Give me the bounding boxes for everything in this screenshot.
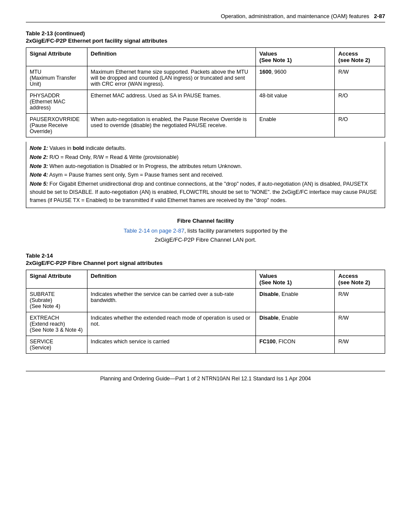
note1: Note 1: Values in bold indicate defaults… <box>30 144 381 152</box>
signal-subrate: SUBRATE(Subrate)(See Note 4) <box>26 288 87 312</box>
val-mtu: 1600, 9600 <box>256 66 335 90</box>
def-pauserx: When auto-negotiation is enabled, the Pa… <box>87 114 256 137</box>
acc-physaddr: R/O <box>335 90 385 114</box>
note3: Note 3: When auto-negotiation is Disable… <box>30 162 381 171</box>
note4: Note 4: Asym = Pause frames sent only, S… <box>30 171 381 179</box>
header-page-num: 2-87 <box>374 13 385 19</box>
def-mtu: Maximum Ethernet frame size supported. P… <box>87 66 256 90</box>
table-row: EXTREACH(Extend reach)(See Note 3 & Note… <box>26 312 385 336</box>
fibre-description: Table 2-14 on page 2-87, lists facility … <box>26 227 385 245</box>
col-access-header: Access (see Note 2) <box>335 48 385 66</box>
col-definition-header: Definition <box>87 48 256 66</box>
col14-definition-header: Definition <box>87 270 256 288</box>
table13-notes: Note 1: Values in bold indicate defaults… <box>26 142 385 208</box>
val-pauserx: Enable <box>256 114 335 137</box>
note2: Note 2: R/O = Read Only, R/W = Read & Wr… <box>30 153 381 162</box>
table-row: PAUSERXOVRRIDE(Pause ReceiveOverride) Wh… <box>26 114 385 137</box>
table14: Signal Attribute Definition Values (See … <box>26 270 385 354</box>
col-values-header: Values (See Note 1) <box>256 48 335 66</box>
acc-mtu: R/W <box>335 66 385 90</box>
col14-access-header: Access (see Note 2) <box>335 270 385 288</box>
page-footer: Planning and Ordering Guide—Part 1 of 2 … <box>26 371 385 382</box>
def-physaddr: Ethernet MAC address. Used as SA in PAUS… <box>87 90 256 114</box>
fibre-section: Fibre Channel facility Table 2-14 on pag… <box>26 218 385 245</box>
val-extreach: Disable, Enable <box>256 312 335 336</box>
table-row: SERVICE(Service) Indicates which service… <box>26 336 385 353</box>
fibre-title: Fibre Channel facility <box>26 218 385 224</box>
def-service: Indicates which service is carried <box>87 336 256 353</box>
table13-title: Table 2-13 (continued) <box>26 30 385 37</box>
header-text: Operation, administration, and maintenan… <box>221 13 369 19</box>
signal-mtu: MTU(Maximum TransferUnit) <box>26 66 87 90</box>
val-service: FC100, FICON <box>256 336 335 353</box>
val-physaddr: 48-bit value <box>256 90 335 114</box>
table14-title: Table 2-14 <box>26 252 385 259</box>
def-subrate: Indicates whether the service can be car… <box>87 288 256 312</box>
acc-extreach: R/W <box>335 312 385 336</box>
table14-subtitle: 2xGigE/FC-P2P Fibre Channel port signal … <box>26 260 385 266</box>
fibre-link[interactable]: Table 2-14 on page 2-87 <box>124 227 184 234</box>
table-row: PHYSADDR(Ethernet MACaddress) Ethernet M… <box>26 90 385 114</box>
note5: Note 5: For Gigabit Ethernet unidirectio… <box>30 180 381 204</box>
table13-subtitle: 2xGigE/FC-P2P Ethernet port facility sig… <box>26 37 385 44</box>
acc-service: R/W <box>335 336 385 353</box>
footer-text: Planning and Ordering Guide—Part 1 of 2 … <box>100 376 311 382</box>
def-extreach: Indicates whether the extended reach mod… <box>87 312 256 336</box>
col-signal-header: Signal Attribute <box>26 48 87 66</box>
signal-extreach: EXTREACH(Extend reach)(See Note 3 & Note… <box>26 312 87 336</box>
table13: Signal Attribute Definition Values (See … <box>26 47 385 137</box>
col14-signal-header: Signal Attribute <box>26 270 87 288</box>
signal-service: SERVICE(Service) <box>26 336 87 353</box>
col14-values-header: Values (See Note 1) <box>256 270 335 288</box>
val-subrate: Disable, Enable <box>256 288 335 312</box>
table-row: MTU(Maximum TransferUnit) Maximum Ethern… <box>26 66 385 90</box>
page-header: Operation, administration, and maintenan… <box>26 13 385 22</box>
acc-subrate: R/W <box>335 288 385 312</box>
signal-physaddr: PHYSADDR(Ethernet MACaddress) <box>26 90 87 114</box>
table-row: SUBRATE(Subrate)(See Note 4) Indicates w… <box>26 288 385 312</box>
acc-pauserx: R/O <box>335 114 385 137</box>
signal-pauserx: PAUSERXOVRRIDE(Pause ReceiveOverride) <box>26 114 87 137</box>
